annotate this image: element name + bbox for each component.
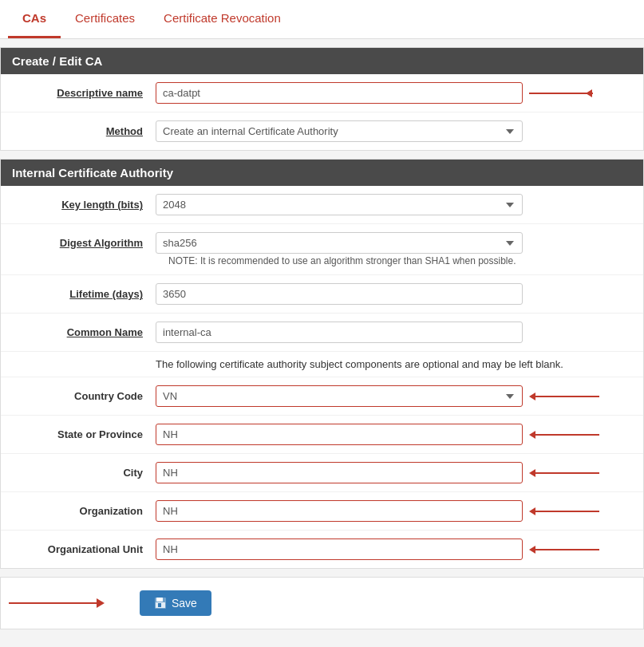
city-label: City: [12, 467, 156, 479]
digest-algorithm-select[interactable]: sha256: [156, 232, 523, 254]
main-content: Create / Edit CA Descriptive name Method: [0, 39, 644, 637]
tab-cas[interactable]: CAs: [8, 0, 61, 38]
create-edit-ca-header: Create / Edit CA: [1, 48, 643, 74]
digest-algorithm-label: Digest Algorithm: [12, 237, 156, 249]
state-province-row: State or Province: [1, 416, 643, 454]
descriptive-name-arrow: [529, 89, 599, 97]
method-row: Method Create an internal Certificate Au…: [1, 112, 643, 150]
digest-algorithm-row: Digest Algorithm sha256 NOTE: It is reco…: [1, 224, 643, 275]
country-code-select[interactable]: VN: [156, 385, 523, 407]
organization-label: Organization: [12, 505, 156, 517]
tab-certificates[interactable]: Certificates: [61, 0, 149, 38]
top-navigation: CAs Certificates Certificate Revocation: [0, 0, 644, 39]
country-code-arrow: [529, 393, 599, 400]
save-area: Save: [0, 577, 644, 629]
create-edit-ca-section: Create / Edit CA Descriptive name Method: [0, 47, 644, 151]
org-unit-input[interactable]: [156, 539, 523, 560]
lifetime-label: Lifetime (days): [12, 288, 156, 300]
state-province-label: State or Province: [12, 428, 156, 440]
method-select[interactable]: Create an internal Certificate Authority: [156, 120, 523, 142]
save-arrow: [9, 598, 105, 608]
country-code-row: Country Code VN: [1, 377, 643, 416]
org-unit-row: Organizational Unit: [1, 531, 643, 568]
descriptive-name-row: Descriptive name: [1, 74, 643, 112]
city-arrow: [529, 469, 599, 477]
tab-certificate-revocation[interactable]: Certificate Revocation: [149, 0, 295, 38]
organization-arrow: [529, 507, 599, 515]
org-unit-arrow: [529, 546, 599, 554]
descriptive-name-label: Descriptive name: [12, 87, 156, 99]
organization-input[interactable]: [156, 500, 523, 522]
save-button[interactable]: Save: [140, 590, 211, 616]
internal-ca-section: Internal Certificate Authority Key lengt…: [0, 159, 644, 569]
lifetime-row: Lifetime (days): [1, 275, 643, 314]
optional-note: The following certificate authority subj…: [1, 352, 643, 377]
country-code-label: Country Code: [12, 390, 156, 402]
common-name-label: Common Name: [12, 326, 156, 338]
key-length-row: Key length (bits) 2048: [1, 186, 643, 224]
key-length-select[interactable]: 2048: [156, 194, 523, 215]
lifetime-input[interactable]: [156, 283, 523, 305]
common-name-row: Common Name: [1, 314, 643, 352]
descriptive-name-input[interactable]: [156, 82, 523, 104]
org-unit-label: Organizational Unit: [12, 543, 156, 555]
key-length-label: Key length (bits): [12, 199, 156, 211]
common-name-input[interactable]: [156, 322, 523, 343]
state-province-arrow: [529, 431, 599, 439]
save-icon: [154, 597, 167, 610]
svg-rect-3: [158, 603, 161, 607]
method-label: Method: [12, 125, 156, 137]
svg-rect-1: [156, 598, 163, 602]
state-province-input[interactable]: [156, 424, 523, 445]
digest-note: NOTE: It is recommended to use an algori…: [12, 254, 632, 266]
organization-row: Organization: [1, 492, 643, 531]
city-row: City: [1, 454, 643, 492]
city-input[interactable]: [156, 462, 523, 483]
internal-ca-header: Internal Certificate Authority: [1, 160, 643, 186]
